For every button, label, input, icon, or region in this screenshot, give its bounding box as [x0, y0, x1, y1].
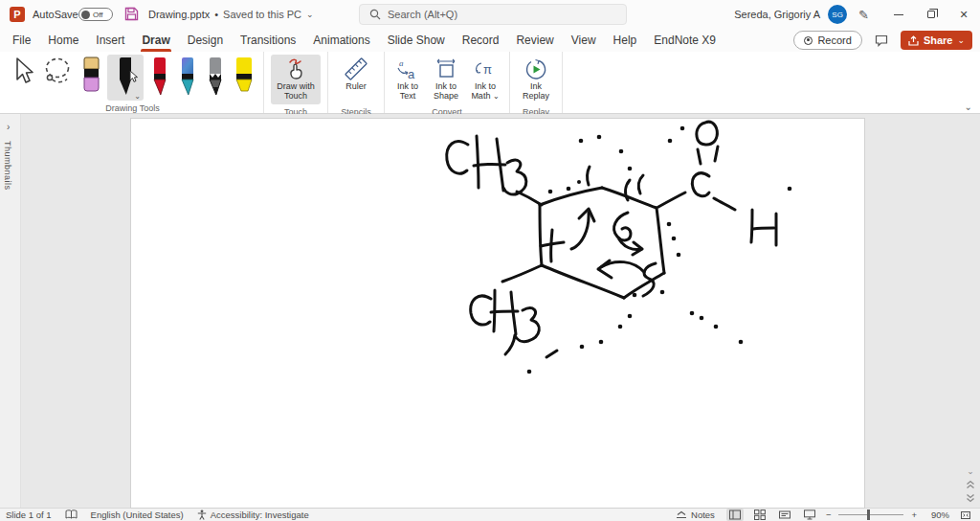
- slide-canvas[interactable]: [131, 119, 864, 508]
- slideshow-view-button[interactable]: [801, 509, 818, 521]
- yellow-highlighter-tool[interactable]: [232, 55, 256, 101]
- notes-icon: [676, 510, 687, 520]
- zoom-slider-thumb[interactable]: [867, 510, 870, 520]
- draft-and-send-icon[interactable]: ✎: [858, 8, 869, 22]
- zoom-slider[interactable]: [838, 509, 903, 521]
- ruler-icon: [344, 57, 368, 81]
- zoom-slider-track: [838, 514, 903, 515]
- book-icon: [65, 510, 78, 520]
- draw-with-touch-icon: [284, 57, 307, 80]
- chevron-down-icon[interactable]: ⌄: [306, 10, 314, 19]
- tab-transitions[interactable]: Transitions: [232, 29, 304, 52]
- slide-sorter-view-button[interactable]: [751, 509, 768, 521]
- share-button[interactable]: Share ⌄: [901, 31, 972, 50]
- tab-design[interactable]: Design: [179, 29, 232, 52]
- next-slide-button[interactable]: [964, 492, 977, 504]
- ink-replay-button[interactable]: Ink Replay: [517, 55, 555, 104]
- reading-view-icon: [779, 510, 791, 520]
- toggle-knob-icon: [81, 11, 90, 19]
- vertical-scrollbar: ⌄: [964, 465, 977, 504]
- tab-slide-show[interactable]: Slide Show: [379, 29, 454, 52]
- tab-animations[interactable]: Animations: [304, 29, 378, 52]
- normal-view-button[interactable]: [726, 509, 744, 521]
- chevron-down-icon: ⌄: [493, 92, 500, 101]
- tab-home[interactable]: Home: [39, 29, 87, 52]
- ribbon-tab-bar: File Home Insert Draw Design Transitions…: [0, 29, 980, 52]
- zoom-out-button[interactable]: −: [826, 510, 832, 520]
- zoom-in-button[interactable]: +: [911, 510, 917, 520]
- tab-review[interactable]: Review: [507, 29, 562, 52]
- pencil-tool[interactable]: [204, 55, 227, 101]
- collapse-ribbon-button[interactable]: ⌄: [965, 102, 972, 112]
- pencil-icon: [206, 57, 225, 97]
- slide-sorter-icon: [754, 510, 766, 520]
- expand-thumbnails-icon[interactable]: ›: [7, 122, 10, 132]
- search-box[interactable]: Search (Alt+Q): [359, 4, 627, 25]
- group-replay: Ink Replay Replay: [510, 52, 563, 113]
- ribbon: ⌄: [0, 52, 980, 114]
- close-button[interactable]: ✕: [947, 0, 980, 29]
- lasso-select-tool[interactable]: [42, 55, 75, 101]
- ruler-label: Ruler: [345, 81, 367, 91]
- minimize-button[interactable]: [882, 0, 915, 29]
- ink-to-text-button[interactable]: a a Ink to Text: [391, 55, 424, 104]
- tab-record[interactable]: Record: [454, 29, 508, 52]
- share-button-label: Share: [924, 34, 953, 46]
- ink-to-shape-button[interactable]: Ink to Shape: [429, 55, 463, 104]
- record-button-label: Record: [817, 34, 851, 46]
- close-icon: ✕: [959, 9, 968, 21]
- tab-file[interactable]: File: [4, 29, 39, 52]
- document-title[interactable]: Drawing.pptx • Saved to this PC ⌄: [148, 9, 314, 20]
- double-chevron-down-icon: [966, 493, 975, 503]
- svg-text:a: a: [408, 67, 415, 80]
- ink-to-math-button[interactable]: π Ink to Math ⌄: [468, 55, 502, 104]
- ink-to-shape-icon: [434, 57, 458, 80]
- work-area: › Thumbnails: [0, 114, 980, 508]
- restore-icon: [927, 11, 935, 18]
- notes-button[interactable]: Notes: [676, 510, 715, 520]
- cursor-overlay-icon: [128, 70, 139, 83]
- zoom-level[interactable]: 90%: [924, 510, 949, 520]
- fit-slide-button[interactable]: [957, 509, 974, 521]
- tab-insert[interactable]: Insert: [87, 29, 133, 52]
- draw-with-touch-button[interactable]: Draw with Touch: [271, 55, 321, 104]
- highlighter-icon: [234, 57, 255, 97]
- group-drawing-tools: ⌄: [2, 52, 264, 113]
- ruler-button[interactable]: Ruler: [335, 55, 377, 104]
- ink-replay-label: Ink Replay: [517, 81, 555, 102]
- save-icon[interactable]: [124, 7, 139, 21]
- svg-text:a: a: [399, 58, 404, 68]
- record-button[interactable]: Record: [793, 31, 861, 50]
- accessibility-button[interactable]: Accessibility: Investigate: [197, 510, 309, 520]
- autosave-toggle[interactable]: Off: [78, 8, 113, 21]
- lasso-icon: [43, 57, 74, 87]
- user-name[interactable]: Sereda, Grigoriy A: [734, 9, 820, 20]
- thumbnails-pane[interactable]: › Thumbnails: [0, 114, 21, 508]
- filename: Drawing.pptx: [148, 9, 210, 20]
- comments-button[interactable]: [870, 31, 893, 50]
- eraser-tool[interactable]: [79, 55, 102, 101]
- ink-to-math-label: Ink to Math ⌄: [468, 81, 502, 102]
- draw-with-touch-label: Draw with Touch: [271, 81, 321, 102]
- black-pen-tool[interactable]: ⌄: [107, 55, 144, 101]
- reading-view-button[interactable]: [776, 509, 793, 521]
- select-tool[interactable]: [9, 55, 37, 101]
- red-pen-tool[interactable]: [148, 55, 171, 101]
- ink-to-text-icon: a a: [395, 57, 420, 80]
- bullet-separator: •: [214, 9, 218, 20]
- avatar[interactable]: SG: [828, 5, 847, 24]
- tab-view[interactable]: View: [563, 29, 605, 52]
- tab-draw[interactable]: Draw: [133, 29, 178, 52]
- tab-help[interactable]: Help: [605, 29, 646, 52]
- tab-endnote[interactable]: EndNote X9: [645, 29, 724, 52]
- scroll-down-button[interactable]: ⌄: [964, 465, 977, 477]
- restore-button[interactable]: [915, 0, 947, 29]
- group-stencils: Ruler Stencils: [328, 52, 385, 113]
- language-button[interactable]: English (United States): [91, 510, 184, 520]
- ink-to-text-label: Ink to Text: [391, 81, 424, 102]
- galaxy-pen-tool[interactable]: [176, 55, 199, 101]
- spell-check-button[interactable]: [65, 510, 78, 520]
- black-pen-options-chevron[interactable]: ⌄: [134, 92, 141, 101]
- title-bar: P AutoSave Off Drawing.pptx • Saved to t…: [0, 0, 980, 29]
- previous-slide-button[interactable]: [964, 479, 977, 490]
